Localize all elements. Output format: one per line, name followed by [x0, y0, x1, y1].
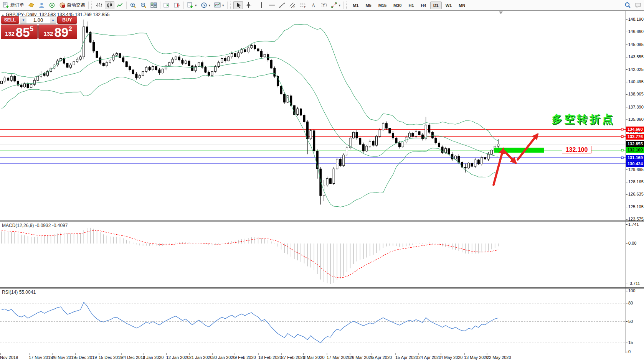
price-level-label: 132.100	[626, 147, 644, 153]
price-level-label: 132.855	[626, 141, 644, 147]
price-tick-label: 140.495	[628, 79, 644, 84]
buy-button[interactable]: BUY	[57, 16, 77, 24]
date-tick-label: 26 Nov 2019	[52, 355, 76, 360]
price-tick-label: 148.190	[628, 17, 644, 21]
price-tick-label: 146.660	[628, 29, 644, 34]
price-tick-label: 145.085	[628, 42, 644, 47]
macd-signal-line	[2, 230, 498, 278]
trend-arrow[interactable]	[518, 135, 537, 160]
chart-shift-marker-icon[interactable]	[499, 12, 503, 14]
date-tick-label: 24 Dec 2019	[121, 355, 145, 360]
date-tick-label: 12 Jan 2020	[166, 355, 190, 360]
price-tick-label: 129.695	[628, 167, 644, 172]
rsi-indicator-label: RSI(14) 55.0041	[2, 290, 36, 295]
turning-point-annotation[interactable]: 多空转折点	[552, 112, 615, 127]
sell-button[interactable]: SELL	[1, 16, 19, 24]
price-level-label: 131.169	[626, 155, 644, 161]
date-tick-label: 17 Nov 2019	[29, 355, 53, 360]
price-level-label: 133.776	[626, 134, 644, 140]
date-tick-label: 27 Feb 2020	[281, 355, 305, 360]
date-tick-label: 5 Apr 2020	[372, 355, 392, 360]
price-tick-label: 123.575	[628, 217, 644, 221]
date-tick-label: 15 Apr 2020	[395, 355, 418, 360]
buy-price-main: 89	[54, 26, 68, 38]
sell-price-prefix: 132	[5, 30, 15, 38]
price-tick-label: 137.390	[628, 105, 644, 109]
date-tick-label: 15 Dec 2019	[99, 355, 122, 360]
main-plot	[0, 20, 626, 207]
rsi-tick-label: 15	[628, 340, 633, 345]
volume-increase-button[interactable]: ▲	[50, 16, 56, 23]
date-tick-label: 4 May 2020	[441, 355, 462, 360]
rsi-line	[2, 302, 498, 343]
chart-canvas[interactable]	[0, 0, 644, 362]
price-tick-label: 135.860	[628, 117, 644, 122]
price-level-box[interactable]: 132.100	[562, 146, 591, 153]
date-tick-label: 22 May 2020	[487, 355, 511, 360]
price-tick-label: 125.105	[628, 204, 644, 209]
date-tick-label: 26 Mar 2020	[350, 355, 373, 360]
date-tick-label: 17 Mar 2020	[327, 355, 350, 360]
sell-price-pip: 5	[30, 25, 33, 33]
rsi-tick-label: 100	[628, 288, 635, 293]
price-tick-label: 128.165	[628, 179, 644, 184]
bollinger-upper-band	[2, 24, 498, 141]
bollinger-middle-band	[2, 56, 498, 156]
date-tick-label: 13 May 2020	[464, 355, 489, 360]
trend-arrow[interactable]	[494, 149, 503, 185]
price-level-label: 130.424	[626, 161, 644, 167]
price-tick-label: 142.025	[628, 67, 644, 72]
buy-price-button[interactable]: 132 89 2	[38, 25, 77, 39]
volume-input[interactable]	[26, 16, 50, 23]
macd-tick-label: 0.00	[628, 241, 636, 245]
date-tick-label: Nov 2019	[0, 355, 18, 360]
date-tick-label: 18 Feb 2020	[258, 355, 282, 360]
price-tick-label: 126.635	[628, 192, 644, 196]
bollinger-lower-band	[2, 73, 498, 207]
price-tick-label: 143.555	[628, 54, 644, 59]
sell-price-button[interactable]: 132 85 5	[1, 25, 38, 39]
macd-plot	[2, 228, 498, 284]
macd-tick-label: 1.741	[628, 222, 639, 227]
rsi-plot	[0, 302, 626, 343]
date-tick-label: 21 Jan 2020	[189, 355, 213, 360]
volume-stepper: ▼ ▲	[20, 16, 56, 24]
date-tick-label: 8 Mar 2020	[303, 355, 325, 360]
sell-price-main: 85	[16, 26, 30, 38]
price-tick-label: 138.965	[628, 92, 644, 96]
rsi-tick-label: 50	[628, 319, 633, 324]
rsi-tick-label: 80	[628, 301, 633, 305]
date-tick-label: 2 Jan 2020	[143, 355, 163, 360]
trend-arrow[interactable]	[504, 151, 515, 163]
macd-tick-label: -3.711	[628, 281, 640, 286]
one-click-trading-panel: SELL ▼ ▲ BUY 132 85 5 132 89 2	[1, 16, 77, 39]
buy-price-prefix: 132	[43, 30, 53, 38]
application-window: { "toolbar": { "items": [ {"icon":"new-o…	[0, 0, 644, 362]
buy-price-pip: 2	[68, 25, 72, 33]
date-tick-label: 5 Dec 2019	[75, 355, 97, 360]
rsi-tick-label: 0	[628, 349, 631, 354]
volume-decrease-button[interactable]: ▼	[20, 16, 26, 23]
macd-indicator-label: MACD(12,26,9) -0.0932 -0.4097	[2, 223, 68, 228]
date-tick-label: 30 Jan 2020	[212, 355, 236, 360]
date-tick-label: 9 Feb 2020	[234, 355, 256, 360]
date-tick-label: 24 Apr 2020	[418, 355, 441, 360]
price-level-label: 134.660	[626, 127, 644, 132]
